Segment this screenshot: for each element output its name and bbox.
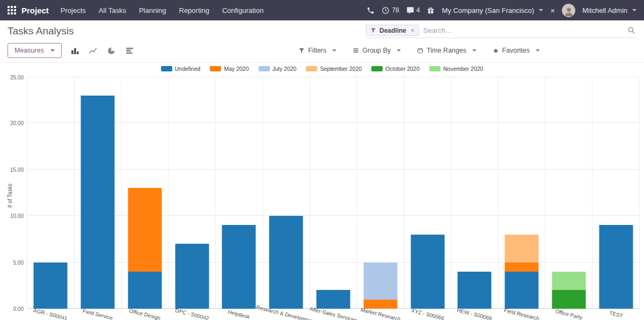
bar-segment[interactable] bbox=[505, 235, 539, 263]
facet-label: Deadline bbox=[379, 27, 406, 34]
legend-item[interactable]: November 2020 bbox=[429, 66, 484, 72]
bar-segment[interactable] bbox=[552, 272, 586, 290]
star-icon: ★ bbox=[493, 47, 499, 54]
bar-segment[interactable] bbox=[411, 235, 444, 309]
bar-segment[interactable] bbox=[363, 263, 397, 300]
chart-plot-area: # of Tasks AGR - S00041Field ServiceOffi… bbox=[27, 77, 640, 309]
legend-label: November 2020 bbox=[443, 66, 484, 72]
favorites-label: Favorites bbox=[502, 47, 530, 54]
time-ranges-label: Time Ranges bbox=[427, 47, 466, 54]
top-navbar: Project Projects All Tasks Planning Repo… bbox=[0, 0, 644, 20]
nav-item-projects[interactable]: Projects bbox=[61, 6, 86, 14]
legend-item[interactable]: May 2020 bbox=[210, 66, 248, 72]
stacked-bar[interactable] bbox=[316, 290, 350, 309]
legend-item[interactable]: July 2020 bbox=[259, 66, 297, 72]
bar-segment[interactable] bbox=[363, 300, 397, 309]
stacked-toggle-button[interactable] bbox=[124, 45, 136, 56]
search-bar[interactable]: Deadline × bbox=[365, 24, 636, 38]
x-axis-label: Office Party bbox=[554, 308, 583, 320]
chart-column: DPC - S00042 bbox=[169, 77, 216, 309]
line-chart-button[interactable] bbox=[87, 45, 99, 56]
group-by-dropdown[interactable]: Group By bbox=[353, 47, 401, 54]
x-axis-label: Helpdesk bbox=[228, 309, 251, 320]
nav-item-planning[interactable]: Planning bbox=[139, 6, 166, 14]
search-input[interactable] bbox=[419, 25, 627, 36]
stacked-bar[interactable] bbox=[552, 272, 586, 309]
x-icon[interactable]: × bbox=[550, 6, 555, 14]
graph-view: UndefinedMay 2020July 2020September 2020… bbox=[0, 64, 644, 309]
bar-segment[interactable] bbox=[269, 216, 303, 309]
bar-segment[interactable] bbox=[222, 225, 256, 309]
messages-icon[interactable]: 4 bbox=[406, 6, 420, 14]
legend-label: May 2020 bbox=[224, 66, 248, 72]
y-axis-title: # of Tasks bbox=[7, 180, 13, 212]
y-axis-tick: 15.00 bbox=[2, 167, 24, 173]
search-icon[interactable] bbox=[627, 26, 635, 34]
main-menu: Projects All Tasks Planning Reporting Co… bbox=[61, 6, 264, 14]
bar-segment[interactable] bbox=[34, 263, 68, 309]
user-menu[interactable]: Mitchell Admin bbox=[582, 6, 636, 14]
legend-swatch bbox=[210, 66, 221, 71]
avatar[interactable] bbox=[562, 4, 575, 17]
nav-item-reporting[interactable]: Reporting bbox=[179, 6, 209, 14]
stacked-bar[interactable] bbox=[599, 225, 633, 309]
legend-item[interactable]: September 2020 bbox=[306, 66, 362, 72]
gift-icon[interactable] bbox=[427, 6, 435, 14]
stacked-bar[interactable] bbox=[81, 96, 115, 309]
time-ranges-dropdown[interactable]: Time Ranges bbox=[417, 47, 477, 54]
bar-segment[interactable] bbox=[128, 188, 162, 272]
group-by-icon bbox=[353, 47, 359, 54]
legend-swatch bbox=[371, 66, 383, 71]
legend-swatch bbox=[429, 66, 441, 71]
stacked-bar[interactable] bbox=[222, 225, 256, 309]
calendar-icon bbox=[417, 47, 423, 54]
bar-segment[interactable] bbox=[175, 244, 209, 309]
stacked-bar[interactable] bbox=[128, 188, 162, 309]
bar-segment[interactable] bbox=[458, 272, 492, 309]
bar-segment[interactable] bbox=[599, 225, 633, 309]
facet-remove-icon[interactable]: × bbox=[411, 26, 415, 34]
stacked-bar[interactable] bbox=[458, 272, 492, 309]
chart-column: After-Sales Services bbox=[310, 77, 357, 309]
chart-column: Office Design bbox=[122, 77, 169, 309]
navbar-systray: 78 4 My Company (San Francisco) × bbox=[367, 4, 636, 17]
x-axis-label: XYZ - S00066 bbox=[411, 308, 445, 320]
apps-menu-icon[interactable] bbox=[8, 6, 16, 14]
stacked-bar[interactable] bbox=[411, 235, 444, 309]
legend-item[interactable]: Undefined bbox=[161, 66, 201, 72]
filters-label: Filters bbox=[308, 47, 326, 54]
user-name: Mitchell Admin bbox=[582, 6, 627, 14]
bar-segment[interactable] bbox=[552, 290, 586, 309]
app-title[interactable]: Project bbox=[21, 6, 49, 15]
stacked-bar[interactable] bbox=[269, 216, 303, 309]
bar-segment[interactable] bbox=[81, 96, 115, 309]
chevron-down-icon bbox=[332, 49, 336, 52]
filters-dropdown[interactable]: Filters bbox=[298, 47, 336, 54]
stacked-bar[interactable] bbox=[505, 235, 539, 309]
stacked-bar[interactable] bbox=[363, 263, 397, 309]
measures-button[interactable]: Measures bbox=[8, 43, 62, 58]
bar-chart-button[interactable] bbox=[69, 45, 81, 56]
favorites-dropdown[interactable]: ★ Favorites bbox=[493, 47, 540, 54]
company-switcher[interactable]: My Company (San Francisco) bbox=[442, 6, 543, 14]
legend-swatch bbox=[306, 66, 317, 71]
nav-item-configuration[interactable]: Configuration bbox=[222, 6, 264, 14]
bar-segment[interactable] bbox=[128, 272, 162, 309]
search-facet[interactable]: Deadline × bbox=[366, 25, 419, 36]
x-axis-label: Field Service bbox=[82, 308, 114, 320]
chevron-down-icon bbox=[397, 49, 401, 52]
nav-item-all-tasks[interactable]: All Tasks bbox=[99, 6, 126, 14]
pie-chart-button[interactable] bbox=[106, 45, 118, 56]
legend-item[interactable]: October 2020 bbox=[371, 66, 420, 72]
y-axis-tick: 0.00 bbox=[2, 306, 24, 312]
y-axis-tick: 5.00 bbox=[2, 260, 24, 266]
stacked-bar[interactable] bbox=[34, 263, 68, 309]
phone-icon[interactable] bbox=[367, 6, 375, 14]
bar-segment[interactable] bbox=[505, 272, 539, 309]
activities-clock-icon[interactable]: 78 bbox=[382, 6, 399, 14]
bar-segment[interactable] bbox=[316, 290, 350, 309]
chart-column: Market Research bbox=[357, 77, 404, 309]
stacked-bar[interactable] bbox=[175, 244, 209, 309]
control-panel: Measures bbox=[0, 39, 644, 63]
bar-segment[interactable] bbox=[505, 263, 539, 272]
